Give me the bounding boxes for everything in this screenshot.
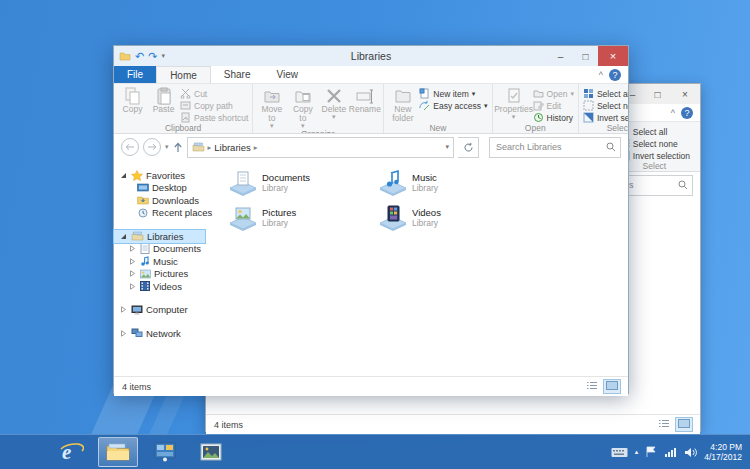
- videos-icon: [140, 281, 150, 291]
- cut-icon: [180, 88, 191, 99]
- edit-button[interactable]: Edit: [533, 100, 574, 111]
- copy-path-button[interactable]: Copy path: [180, 100, 248, 111]
- qat-dropdown-icon[interactable]: ▾: [161, 52, 165, 60]
- library-item-documents[interactable]: Documents Library: [228, 165, 378, 200]
- library-item-pictures[interactable]: Pictures Library: [228, 200, 378, 235]
- details-view-icon[interactable]: [584, 380, 600, 393]
- easy-access-button[interactable]: Easy access ▾: [419, 100, 487, 111]
- paste-shortcut-button[interactable]: Paste shortcut: [180, 112, 248, 123]
- invert-selection-button[interactable]: Invert selection: [619, 150, 690, 161]
- sidebar-item-videos[interactable]: Videos: [114, 280, 220, 293]
- ribbon-group-clipboard: Copy Paste Cut Copy path: [114, 84, 253, 133]
- refresh-button[interactable]: [458, 137, 479, 158]
- paste-button[interactable]: Paste: [149, 86, 178, 123]
- taskbar-clock[interactable]: 4:20 PM 4/17/2012: [704, 442, 742, 462]
- network-icon[interactable]: [664, 447, 677, 458]
- sidebar-item-libraries[interactable]: Libraries: [114, 230, 205, 243]
- tab-home[interactable]: Home: [156, 66, 211, 83]
- sidebar-item-music[interactable]: Music: [114, 255, 220, 268]
- cut-button[interactable]: Cut: [180, 88, 248, 99]
- breadcrumb-libraries[interactable]: Libraries: [214, 142, 250, 153]
- touch-keyboard-icon[interactable]: [611, 446, 628, 458]
- invert-selection-button[interactable]: Invert selection: [583, 112, 628, 123]
- tab-file[interactable]: File: [114, 66, 156, 83]
- breadcrumb-separator-icon[interactable]: ▸: [254, 143, 258, 152]
- rename-button[interactable]: Rename: [350, 86, 379, 129]
- search-icon[interactable]: [678, 180, 688, 190]
- sidebar-item-pictures[interactable]: Pictures: [114, 268, 220, 281]
- close-icon[interactable]: ×: [598, 46, 628, 66]
- collapsed-icon[interactable]: [128, 270, 137, 277]
- expanded-icon[interactable]: [119, 172, 128, 179]
- taskbar-pinned-app-button[interactable]: [146, 438, 184, 466]
- tab-view[interactable]: View: [264, 66, 312, 83]
- library-item-music[interactable]: Music Library: [378, 165, 528, 200]
- copy-button[interactable]: Copy: [118, 86, 147, 123]
- show-hidden-icons-icon[interactable]: ▴: [635, 448, 639, 456]
- select-none-button[interactable]: Select none: [619, 138, 690, 149]
- select-all-button[interactable]: Select all: [619, 126, 690, 137]
- sidebar-item-documents[interactable]: Documents: [114, 243, 220, 256]
- move-to-button[interactable]: Move to ▾: [257, 86, 286, 129]
- search-box[interactable]: [489, 137, 621, 158]
- collapsed-icon[interactable]: [128, 283, 137, 290]
- properties-button[interactable]: Properties ▾: [497, 86, 531, 123]
- redo-icon[interactable]: ↷: [148, 51, 157, 61]
- downloads-icon: [137, 195, 149, 205]
- maximize-icon[interactable]: □: [645, 84, 670, 104]
- desktop[interactable]: – □ × ^ ? Select all: [0, 0, 750, 469]
- action-center-flag-icon[interactable]: [645, 446, 657, 458]
- search-input[interactable]: [494, 141, 606, 153]
- svg-text:e: e: [62, 440, 71, 464]
- volume-icon[interactable]: [684, 447, 697, 458]
- ribbon-collapse-icon[interactable]: ^: [599, 70, 603, 80]
- explorer-window-libraries: ↶ ↷ ▾ Libraries – □ × File Home Share Vi…: [113, 45, 629, 394]
- help-icon[interactable]: ?: [681, 107, 693, 119]
- sidebar-item-network[interactable]: Network: [114, 327, 220, 340]
- new-item-button[interactable]: New item ▾: [419, 88, 487, 99]
- close-icon[interactable]: ×: [670, 84, 700, 104]
- search-icon[interactable]: [606, 142, 616, 152]
- item-name: Documents: [262, 172, 310, 183]
- libraries-small-icon: [192, 142, 205, 152]
- open-icon: [533, 88, 544, 99]
- undo-icon[interactable]: ↶: [135, 51, 144, 61]
- expanded-icon[interactable]: [119, 233, 128, 240]
- taskbar-file-explorer-button[interactable]: [98, 437, 138, 467]
- copy-to-button[interactable]: Copy to ▾: [288, 86, 317, 129]
- minimize-icon[interactable]: –: [548, 46, 573, 66]
- up-icon[interactable]: [173, 142, 183, 153]
- open-button[interactable]: Open ▾: [533, 88, 574, 99]
- collapsed-icon[interactable]: [119, 330, 128, 337]
- tab-share[interactable]: Share: [211, 66, 264, 83]
- help-icon[interactable]: ?: [609, 69, 621, 81]
- details-view-icon[interactable]: [656, 418, 672, 431]
- delete-button[interactable]: Delete ▾: [319, 86, 348, 129]
- sidebar-item-desktop[interactable]: Desktop: [114, 182, 220, 195]
- thumbnail-view-icon[interactable]: [604, 380, 620, 393]
- thumbnail-view-icon[interactable]: [676, 418, 692, 431]
- back-icon[interactable]: [121, 138, 139, 156]
- collapsed-icon[interactable]: [128, 245, 137, 252]
- address-bar[interactable]: ▸ Libraries ▸ ▾: [187, 137, 454, 158]
- collapsed-icon[interactable]: [119, 306, 128, 313]
- recent-pages-dropdown-icon[interactable]: ▾: [165, 143, 169, 151]
- collapsed-icon[interactable]: [128, 258, 137, 265]
- taskbar-internet-explorer-button[interactable]: e: [52, 438, 90, 466]
- new-folder-button[interactable]: New folder: [388, 86, 417, 123]
- titlebar[interactable]: ↶ ↷ ▾ Libraries – □ ×: [114, 46, 628, 66]
- minimize-icon[interactable]: –: [620, 84, 645, 104]
- ribbon-collapse-icon[interactable]: ^: [671, 108, 675, 118]
- sidebar-item-computer[interactable]: Computer: [114, 304, 220, 317]
- library-item-videos[interactable]: Videos Library: [378, 200, 528, 235]
- favorites-star-icon: [131, 170, 143, 181]
- sidebar-item-favorites[interactable]: Favorites: [114, 169, 220, 182]
- sidebar-item-downloads[interactable]: Downloads: [114, 194, 220, 207]
- maximize-icon[interactable]: □: [573, 46, 598, 66]
- history-button[interactable]: History: [533, 112, 574, 123]
- sidebar-item-recent-places[interactable]: Recent places: [114, 207, 220, 220]
- taskbar-photos-app-button[interactable]: [192, 438, 230, 466]
- address-dropdown-icon[interactable]: ▾: [445, 143, 449, 151]
- forward-icon[interactable]: [143, 138, 161, 156]
- paste-shortcut-icon: [180, 112, 191, 123]
